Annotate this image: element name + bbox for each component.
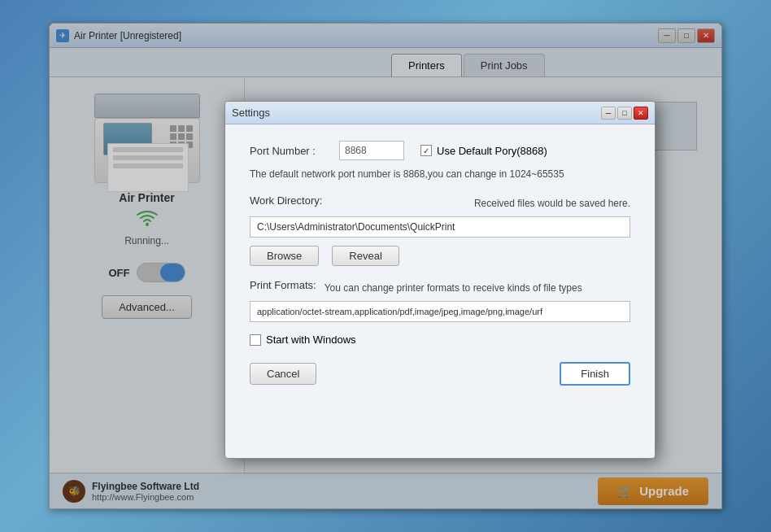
work-dir-hint: Received files would be saved here. [474, 198, 630, 209]
action-buttons-row: Cancel Finish [250, 362, 630, 386]
dialog-minimize-button[interactable]: ─ [601, 107, 616, 120]
finish-button[interactable]: Finish [560, 362, 630, 386]
dialog-title-bar: Settings ─ □ ✕ [225, 102, 655, 124]
main-window: ✈ Air Printer [Unregistered] ─ □ ✕ Print… [49, 23, 722, 509]
browse-reveal-row: Browse Reveal [250, 246, 630, 266]
print-formats-input[interactable] [250, 301, 630, 322]
port-number-label: Port Number : [250, 145, 339, 157]
start-windows-row: Start with Windows [250, 334, 630, 346]
reveal-button[interactable]: Reveal [332, 246, 399, 266]
start-windows-label: Start with Windows [266, 334, 356, 346]
print-formats-label: Print Formats: [250, 279, 316, 291]
port-hint-text: The default network port number is 8868,… [250, 167, 630, 181]
work-dir-label: Work Directory: [250, 194, 322, 207]
print-formats-header: Print Formats: You can change printer fo… [250, 279, 630, 296]
dialog-maximize-button[interactable]: □ [617, 107, 632, 120]
port-number-input[interactable] [339, 141, 404, 160]
dialog-title: Settings [232, 107, 601, 119]
use-default-row: ✓ Use Default Pory(8868) [420, 145, 547, 157]
start-windows-checkbox[interactable] [250, 334, 261, 346]
work-directory-input[interactable] [250, 216, 630, 238]
port-number-row: Port Number : ✓ Use Default Pory(8868) [250, 141, 630, 160]
dialog-body: Port Number : ✓ Use Default Pory(8868) T… [225, 124, 655, 402]
cancel-button[interactable]: Cancel [250, 363, 316, 385]
work-dir-header: Work Directory: Received files would be … [250, 194, 630, 211]
dialog-controls: ─ □ ✕ [601, 107, 648, 120]
use-default-checkbox[interactable]: ✓ [420, 145, 432, 156]
settings-dialog: Settings ─ □ ✕ Port Number : ✓ Use Defau… [224, 101, 656, 459]
print-formats-hint: You can change printer formats to receiv… [325, 282, 582, 294]
dialog-close-button[interactable]: ✕ [634, 107, 648, 120]
use-default-label: Use Default Pory(8868) [437, 145, 547, 157]
browse-button[interactable]: Browse [250, 246, 319, 266]
